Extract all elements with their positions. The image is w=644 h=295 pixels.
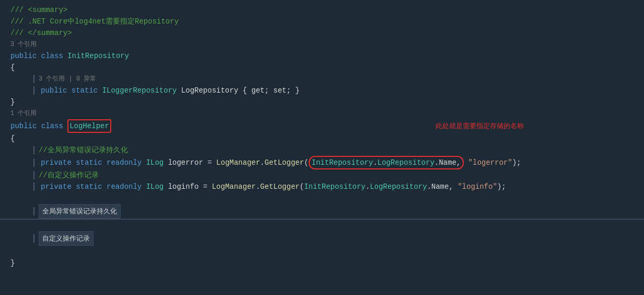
code-line-16: private static readonly ILog loginfo = L… (0, 181, 644, 192)
code-line-6: { (0, 62, 644, 73)
tooltip-custom-log: 自定义操作记录 (39, 231, 93, 246)
code-line-20 (0, 220, 644, 231)
code-line-10: 1 个引用 (0, 108, 644, 119)
code-line-22 (0, 246, 644, 257)
code-line-7: 3 个引用 | 0 异常 (0, 73, 644, 85)
code-line-3: /// </summary> (0, 27, 644, 39)
logrepo-circle: InitRepository.LogRepository.Name, (309, 156, 464, 169)
code-line-23: } (0, 257, 644, 269)
code-line-11: public class LogHelper 此处就是需要指定存储的名称 (0, 119, 644, 133)
code-line-12: { (0, 133, 644, 144)
code-line-15: //自定义操作记录 (0, 169, 644, 181)
code-editor: /// <summary> /// .NET Core中log4net需要指定R… (0, 0, 644, 295)
code-line-5: public class InitRepository (0, 50, 644, 62)
code-line-17 (0, 192, 644, 204)
annotation-text: 此处就是需要指定存储的名称 (436, 120, 524, 132)
code-line-18: 全局异常错误记录持久化 (0, 204, 644, 219)
loghelper-highlight: LogHelper (67, 119, 111, 133)
code-line-8: public static ILoggerRepository LogRepos… (0, 85, 644, 96)
code-line-14: private static readonly ILog logerror = … (0, 156, 644, 169)
code-line-13: //全局异常错误记录持久化 (0, 144, 644, 156)
code-line-9: } (0, 96, 644, 108)
code-line-21: 自定义操作记录 (0, 231, 644, 246)
code-line-4: 3 个引用 (0, 39, 644, 50)
code-line-1: /// <summary> (0, 4, 644, 16)
tooltip-global-error: 全局异常错误记录持久化 (39, 204, 121, 219)
code-line-2: /// .NET Core中log4net需要指定Repository (0, 16, 644, 27)
